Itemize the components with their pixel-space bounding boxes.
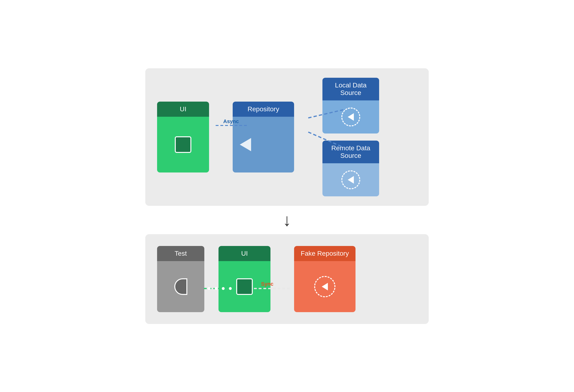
bottom-fake-repo-section: Fake Repository: [294, 246, 360, 312]
down-arrow-symbol: ↓: [283, 211, 291, 228]
bottom-ui-section: UI: [219, 246, 275, 312]
remote-ds-label: Remote Data Source: [331, 144, 370, 159]
local-ds-circle-icon: [341, 107, 360, 126]
bottom-ui-label: UI: [241, 250, 248, 257]
local-ds-arrow-icon: [348, 113, 354, 121]
fake-repo-circle-icon: [314, 276, 335, 297]
top-layout: UI Repository: [157, 78, 417, 196]
bottom-ui-header: UI: [219, 246, 270, 261]
local-ds-header: Local Data Source: [322, 78, 379, 101]
local-ds-label: Local Data Source: [335, 82, 367, 96]
ui-body: [157, 117, 209, 172]
ui-label: UI: [180, 105, 186, 113]
repo-label: Repository: [247, 105, 279, 113]
bottom-ui-component: UI: [219, 246, 270, 312]
test-body: [157, 261, 204, 312]
ui-header: UI: [157, 102, 209, 117]
top-right-section: Local Data Source Remote Data Source: [322, 78, 417, 196]
fake-repo-header: Fake Repository: [294, 246, 355, 261]
remote-ds-header: Remote Data Source: [322, 141, 379, 163]
bottom-ui-body: [219, 261, 270, 312]
fake-repo-arrow-icon: [322, 283, 328, 290]
test-component: Test: [157, 246, 204, 312]
test-header: Test: [157, 246, 204, 261]
ui-square-icon: [175, 136, 191, 153]
local-ds-body: [322, 101, 379, 133]
top-left-section: UI: [157, 102, 214, 172]
remote-ds-arrow-icon: [348, 176, 354, 184]
repo-body: [233, 117, 294, 172]
down-arrow: ↓: [283, 206, 291, 234]
ui-component: UI: [157, 102, 209, 172]
test-pill-icon: [174, 278, 187, 295]
remote-datasource-component: Remote Data Source: [322, 141, 379, 196]
local-datasource-component: Local Data Source: [322, 78, 379, 133]
top-diagram: UI Repository: [145, 68, 429, 206]
repo-arrow-icon: [240, 138, 251, 151]
bottom-layout: Test UI: [157, 246, 417, 312]
test-label: Test: [175, 250, 187, 257]
fake-repo-label: Fake Repository: [301, 250, 349, 257]
fake-repo-component: Fake Repository: [294, 246, 355, 312]
bottom-ui-square-icon: [236, 278, 253, 295]
bottom-test-section: Test: [157, 246, 209, 312]
top-middle-section: Repository: [233, 102, 299, 172]
repo-component: Repository: [233, 102, 294, 172]
bottom-diagram: Test UI: [145, 234, 429, 324]
remote-ds-circle-icon: [341, 170, 360, 189]
fake-repo-body: [294, 261, 355, 312]
diagram-container: UI Repository: [145, 68, 429, 324]
repo-header: Repository: [233, 102, 294, 117]
remote-ds-body: [322, 163, 379, 196]
